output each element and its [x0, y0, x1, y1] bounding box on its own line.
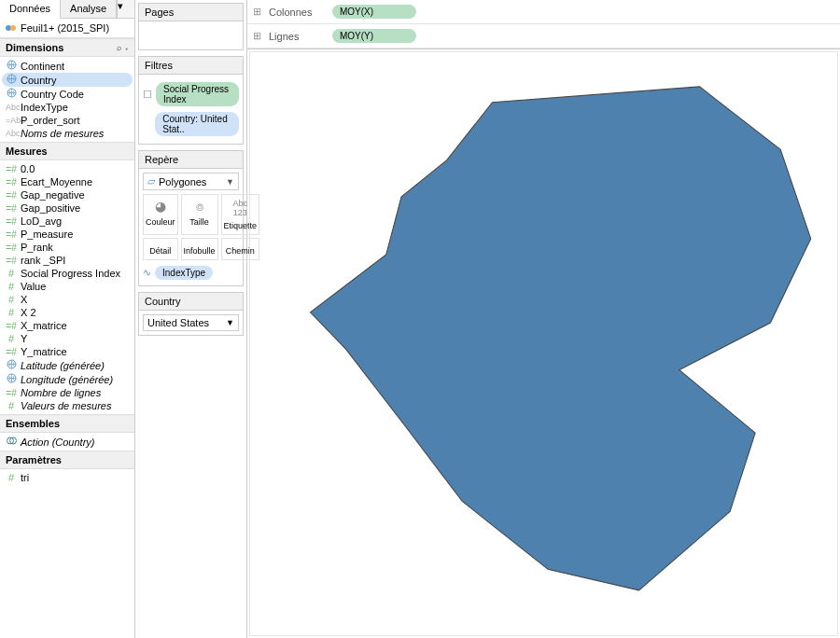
field-label: X: [21, 294, 27, 305]
hash-calc-icon: =#: [6, 190, 17, 201]
measure-x-matrice[interactable]: =#X_matrice: [0, 319, 134, 332]
hash-icon: #: [6, 281, 17, 292]
country-select[interactable]: United States ▼: [143, 314, 239, 331]
hash-icon: #: [6, 307, 17, 318]
pages-body[interactable]: [139, 21, 243, 49]
hash-calc-icon: =#: [6, 177, 17, 187]
marks-header: Repère: [139, 151, 243, 169]
dimensions-header: Dimensions ⌕ ▾: [0, 38, 134, 57]
mark-tooltip-button[interactable]: Infobulle: [181, 238, 218, 260]
mark-tooltip-label: Infobulle: [184, 246, 216, 256]
country-filter-header: Country: [139, 293, 243, 311]
field-label: LoD_avg: [21, 215, 62, 227]
field-label: P_order_sort: [21, 115, 80, 126]
datasource-icon: [6, 22, 17, 34]
measure-0-0[interactable]: =#0.0: [0, 162, 134, 175]
tab-menu-icon[interactable]: ▾: [117, 0, 134, 18]
measures-header: Mesures: [0, 142, 134, 160]
viz-canvas[interactable]: [249, 51, 838, 636]
mark-pill-row: ∿ IndexType: [143, 264, 239, 282]
rows-pill[interactable]: MOY(Y): [332, 29, 416, 43]
measure-longitude-g-n-r-e-[interactable]: Longitude (générée): [0, 372, 134, 386]
mark-detail-label: Détail: [149, 246, 171, 256]
field-label: P_rank: [21, 242, 53, 253]
dimension-country[interactable]: Country: [2, 73, 133, 87]
dimension-country-code[interactable]: Country Code: [0, 87, 134, 101]
field-label: P_measure: [21, 229, 73, 240]
mark-type-dropdown[interactable]: ▱ Polygones ▼: [143, 173, 239, 190]
svg-point-1: [10, 25, 16, 31]
datasource-row[interactable]: Feuil1+ (2015_SPI): [0, 19, 134, 38]
columns-pill[interactable]: MOY(X): [332, 5, 416, 19]
measure-lod-avg[interactable]: =#LoD_avg: [0, 215, 134, 228]
dimension-noms-de-mesures[interactable]: AbcNoms de mesures: [0, 127, 134, 140]
hash-icon: #: [6, 333, 17, 344]
measure-ecart-moyenne[interactable]: =#Ecart_Moyenne: [0, 175, 134, 188]
hash-calc-icon: =#: [6, 347, 17, 357]
measure-social-progress-index[interactable]: #Social Progress Index: [0, 267, 134, 280]
dimensions-list: ContinentCountryCountry CodeAbcIndexType…: [0, 57, 134, 142]
filter-pill[interactable]: Social Progress Index: [156, 82, 239, 106]
measure-p-measure[interactable]: =#P_measure: [0, 228, 134, 241]
tab-data[interactable]: Données: [0, 0, 61, 19]
mark-pill-indextype[interactable]: IndexType: [155, 266, 213, 280]
color-icon: ◕: [146, 199, 175, 214]
marks-body: ▱ Polygones ▼ ◕Couleur ⌾Taille Abc123Eti…: [139, 169, 243, 285]
measure-gap-negative[interactable]: =#Gap_negative: [0, 188, 134, 201]
sets-header: Ensembles: [0, 414, 134, 433]
field-label: Continent: [21, 61, 64, 72]
measure-latitude-g-n-r-e-[interactable]: Latitude (générée): [0, 358, 134, 372]
measure-valeurs-de-mesures[interactable]: #Valeurs de mesures: [0, 399, 134, 412]
columns-icon: ⊞: [253, 6, 261, 18]
hash-calc-icon: =#: [6, 216, 17, 227]
tab-analysis[interactable]: Analyse: [61, 0, 117, 18]
columns-label: Colonnes: [269, 7, 325, 18]
filters-body[interactable]: ☐Social Progress IndexCountry: United St…: [139, 75, 243, 144]
dimension-continent[interactable]: Continent: [0, 59, 134, 73]
filter-pill[interactable]: Country: United Stat..: [155, 112, 239, 136]
measure-x[interactable]: #X: [0, 293, 134, 306]
filter-pill-row: ☐Social Progress Index: [143, 80, 239, 108]
field-label: X 2: [21, 307, 36, 318]
mark-size-button[interactable]: ⌾Taille: [181, 194, 218, 235]
field-label: Y: [21, 333, 27, 344]
measure-y[interactable]: #Y: [0, 332, 134, 345]
field-label: Value: [21, 281, 46, 292]
columns-shelf[interactable]: ⊞ Colonnes MOY(X): [247, 0, 840, 24]
set-action-country-[interactable]: Action (Country): [0, 435, 134, 449]
polygon-icon: ▱: [147, 175, 155, 187]
measure-gap-positive[interactable]: =#Gap_positive: [0, 201, 134, 215]
measure-x-2[interactable]: #X 2: [0, 306, 134, 319]
globe-icon: [6, 88, 17, 100]
measures-list: =#0.0=#Ecart_Moyenne=#Gap_negative=#Gap_…: [0, 160, 134, 414]
globe-icon: [6, 373, 17, 385]
filter-checkbox-icon[interactable]: ☐: [143, 89, 152, 101]
mark-color-button[interactable]: ◕Couleur: [143, 194, 178, 235]
field-label: Country Code: [21, 89, 84, 100]
dimension-p-order-sort[interactable]: =AbcP_order_sort: [0, 114, 134, 127]
mark-detail-button[interactable]: Détail: [143, 238, 178, 260]
polygon-shape[interactable]: [311, 87, 811, 590]
measure-rank-spi[interactable]: =#rank _SPI: [0, 254, 134, 267]
datasource-name: Feuil1+ (2015_SPI): [21, 22, 109, 34]
search-icon[interactable]: ⌕ ▾: [117, 43, 129, 52]
param-tri[interactable]: #tri: [0, 471, 134, 484]
rows-icon: ⊞: [253, 30, 261, 42]
hash-calc-icon: =#: [6, 256, 17, 266]
measure-p-rank[interactable]: =#P_rank: [0, 241, 134, 254]
size-icon: ⌾: [184, 199, 216, 214]
params-label: Paramètres: [6, 454, 62, 465]
field-label: Social Progress Index: [21, 268, 120, 279]
field-label: Valeurs de mesures: [21, 400, 111, 411]
filters-card: Filtres ☐Social Progress IndexCountry: U…: [138, 56, 244, 145]
dimension-indextype[interactable]: AbcIndexType: [0, 101, 134, 114]
rows-shelf[interactable]: ⊞ Lignes MOY(Y): [247, 24, 840, 49]
country-select-value: United States: [147, 317, 209, 328]
country-filter-card: Country United States ▼: [138, 292, 244, 336]
measure-nombre-de-lignes[interactable]: =#Nombre de lignes: [0, 386, 134, 399]
mark-type-label: Polygones: [159, 176, 206, 187]
mark-color-label: Couleur: [146, 217, 175, 227]
field-label: Action (Country): [21, 437, 94, 448]
measure-value[interactable]: #Value: [0, 280, 134, 293]
measure-y-matrice[interactable]: =#Y_matrice: [0, 345, 134, 358]
